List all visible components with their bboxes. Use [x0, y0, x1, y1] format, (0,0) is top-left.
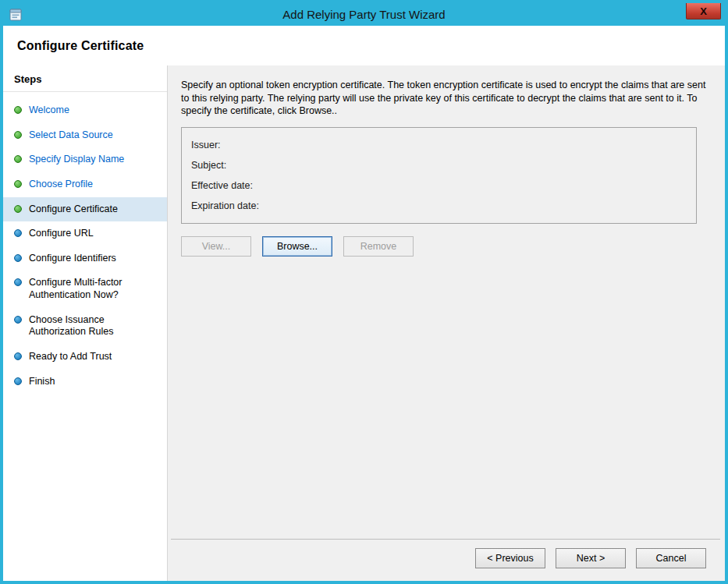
page-header: Configure Certificate: [3, 26, 725, 65]
next-button[interactable]: Next >: [556, 548, 626, 568]
step-label: Specify Display Name: [29, 154, 124, 166]
certificate-actions: View... Browse... Remove: [181, 236, 708, 257]
step-configure-certificate: Configure Certificate: [3, 197, 167, 222]
wizard-footer: < Previous Next > Cancel: [171, 539, 720, 581]
step-specify-display-name[interactable]: Specify Display Name: [3, 147, 167, 172]
step-label: Choose Issuance Authorization Rules: [29, 314, 161, 338]
titlebar: Add Relying Party Trust Wizard X: [3, 3, 725, 26]
page-title: Configure Certificate: [17, 39, 711, 53]
step-configure-url: Configure URL: [3, 221, 167, 246]
step-completed-icon: [14, 155, 22, 163]
main-panel: Specify an optional token encryption cer…: [168, 65, 725, 581]
step-label: Configure Identifiers: [29, 253, 116, 265]
step-label: Configure Certificate: [29, 204, 118, 216]
steps-title: Steps: [3, 70, 167, 92]
previous-button[interactable]: < Previous: [475, 548, 545, 568]
step-welcome[interactable]: Welcome: [3, 98, 167, 123]
step-completed-icon: [14, 106, 22, 114]
step-label: Welcome: [29, 104, 69, 117]
step-configure-mfa: Configure Multi-factor Authentication No…: [3, 271, 167, 307]
step-upcoming-icon: [14, 278, 22, 286]
step-finish: Finish: [3, 370, 167, 395]
wizard-window: Add Relying Party Trust Wizard X Configu…: [0, 0, 728, 584]
issuer-label: Issuer:: [191, 136, 687, 157]
step-completed-icon: [14, 131, 22, 139]
view-button[interactable]: View...: [181, 236, 251, 257]
step-current-icon: [14, 205, 22, 213]
wizard-icon: [9, 8, 23, 22]
effective-date-label: Effective date:: [191, 177, 687, 197]
step-upcoming-icon: [14, 377, 22, 385]
main-body: Specify an optional token encryption cer…: [168, 65, 725, 539]
step-label: Select Data Source: [29, 129, 113, 142]
step-upcoming-icon: [14, 316, 22, 324]
description-text: Specify an optional token encryption cer…: [181, 79, 708, 118]
step-upcoming-icon: [14, 352, 22, 360]
step-label: Choose Profile: [29, 179, 93, 191]
step-configure-identifiers: Configure Identifiers: [3, 246, 167, 271]
step-label: Configure Multi-factor Authentication No…: [29, 277, 161, 301]
cancel-button[interactable]: Cancel: [636, 548, 706, 568]
window-title: Add Relying Party Trust Wizard: [3, 8, 725, 21]
step-completed-icon: [14, 180, 22, 188]
certificate-summary-box: Issuer: Subject: Effective date: Expirat…: [181, 127, 697, 224]
step-ready-to-add-trust: Ready to Add Trust: [3, 345, 167, 370]
steps-list: Welcome Select Data Source Specify Displ…: [3, 92, 167, 394]
close-icon: X: [700, 5, 707, 17]
step-label: Finish: [29, 376, 55, 388]
step-label: Configure URL: [29, 228, 94, 240]
steps-sidebar: Steps Welcome Select Data Source Specify…: [3, 65, 168, 581]
remove-button[interactable]: Remove: [343, 236, 414, 257]
step-select-data-source[interactable]: Select Data Source: [3, 123, 167, 148]
step-label: Ready to Add Trust: [29, 351, 112, 363]
close-button[interactable]: X: [686, 3, 721, 19]
browse-button[interactable]: Browse...: [262, 236, 332, 257]
expiration-date-label: Expiration date:: [191, 197, 687, 218]
step-choose-issuance-rules: Choose Issuance Authorization Rules: [3, 308, 167, 345]
subject-label: Subject:: [191, 157, 687, 177]
step-upcoming-icon: [14, 254, 22, 262]
step-choose-profile[interactable]: Choose Profile: [3, 172, 167, 197]
step-upcoming-icon: [14, 229, 22, 237]
content-area: Steps Welcome Select Data Source Specify…: [3, 65, 725, 581]
